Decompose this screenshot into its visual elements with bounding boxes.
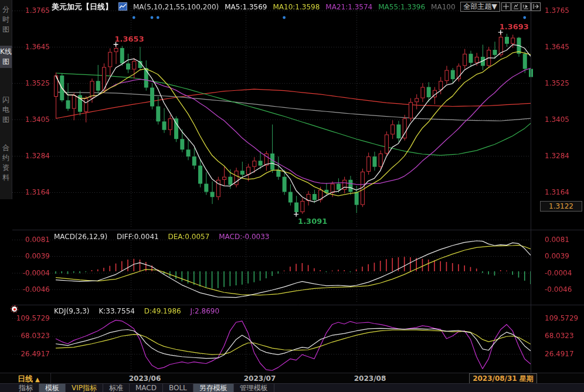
tab-boll[interactable]: BOLL [163,384,193,392]
line-chart-icon [118,2,127,11]
sidebar-item-contract-info[interactable]: 合约资料 [0,142,12,184]
bottom-tab-bar: 指标 模板 VIP指标 标准 MACD BOLL 另存模板 管理模板 [0,383,584,392]
k-readout: K:33.7554 [99,307,135,315]
ma5-readout: MA5:1.3569 [225,3,267,11]
symbol-title: 美元加元【日线】 [52,2,113,11]
month-label-june: 2023/06 [129,374,161,383]
chart-header: 美元加元【日线】MA(5,10,21,55,100,200)MA5:1.3569… [52,2,461,12]
j-readout: J:2.8690 [190,307,219,315]
kdj-header: KDJ(9,3,3) K:33.7554 D:49.1986 J:2.8690 [54,307,226,315]
tab-indicators[interactable]: 指标 [13,384,39,392]
left-sidebar: 分时图 K线图 闪电图 合约资料 [0,0,12,199]
chart-canvas[interactable] [0,0,584,392]
ma-settings-label: MA(5,10,21,55,100,200) [133,3,219,11]
kdj-params-label: KDJ(9,3,3) [54,307,90,315]
crosshair-tool-button[interactable] [501,2,511,11]
macd-readout: MACD:-0.0033 [219,233,269,241]
tab-templates[interactable]: 模板 [39,384,66,392]
ma100-readout: MA100 [431,3,455,11]
ma21-readout: MA21:1.3574 [325,3,372,11]
diff-readout: DIFF:0.0041 [117,233,159,241]
period-cell: 日线▲ [0,373,51,384]
ma10-readout: MA10:1.3598 [273,3,320,11]
zoom-range-tool-button[interactable] [511,2,521,11]
month-label-july: 2023/07 [244,374,276,383]
tab-vip-indicators[interactable]: VIP指标 [66,384,103,392]
export-tool-button[interactable] [531,2,541,11]
month-label-august: 2023/08 [354,374,386,383]
tab-manage-template[interactable]: 管理模板 [234,384,274,392]
tab-macd[interactable]: MACD [130,384,163,392]
d-readout: D:49.1986 [144,307,181,315]
macd-header: MACD(26,12,9) DIFF:0.0041 DEA:0.0057 MAC… [54,233,277,241]
time-axis-row: 日线▲ 2023/06 2023/07 2023/08 2023/08/31 星… [0,373,584,384]
theme-selector-button[interactable]: 全部主题▼ [460,2,500,12]
current-date-tag: 2023/08/31 星期四 [469,373,537,384]
dea-readout: DEA:0.0057 [168,233,209,241]
kdj-settings-icon[interactable] [10,305,19,313]
macd-params-label: MACD(26,12,9) [54,233,107,241]
sidebar-item-kline-chart[interactable]: K线图 [0,46,12,68]
ma55-readout: MA55:1.3396 [378,3,425,11]
sidebar-item-time-chart[interactable]: 分时图 [0,4,12,36]
triangle-up-icon: ▲ [35,376,40,383]
sidebar-item-flash-chart[interactable]: 闪电图 [0,94,12,126]
chart-application: 分时图 K线图 闪电图 合约资料 美元加元【日线】MA(5,10,21,55,1… [0,0,584,392]
tab-save-template[interactable]: 另存模板 [193,384,234,392]
tab-standard[interactable]: 标准 [103,384,130,392]
axis-price-tag: 1.3122 [540,201,582,212]
play-forward-tool-button[interactable] [521,2,531,11]
